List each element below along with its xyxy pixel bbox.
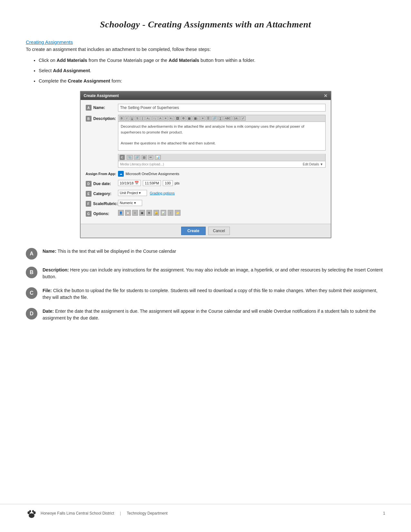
attach-toolbar: C 📎 🔗 ▤ ✏ 📊 <box>118 154 326 161</box>
annotation-c: C File: Click the button to upload the f… <box>26 287 385 301</box>
close-icon[interactable]: ✕ <box>324 93 328 98</box>
toolbar-align[interactable]: ≡ <box>201 116 205 121</box>
grading-options-link[interactable]: Grading options <box>150 191 175 195</box>
intro-text: To create an assignment that includes an… <box>26 47 385 52</box>
annotation-text-b: Description: Here you can include any in… <box>43 267 385 280</box>
badge-g: G <box>86 211 92 217</box>
toolbar-underline[interactable]: U <box>130 116 135 121</box>
category-label: E Category: <box>86 190 118 197</box>
badge-d: D <box>86 181 92 187</box>
modal-titlebar: Create Assignment ✕ <box>81 92 331 100</box>
due-time-input[interactable]: 11:59PM <box>143 180 161 186</box>
scale-label: F Scale/Rubric: <box>86 200 118 207</box>
toolbar-sep: | <box>140 116 145 121</box>
svg-point-0 <box>29 513 34 518</box>
edit-details-btn[interactable]: Edit Details ▼ <box>303 163 323 166</box>
toolbar-font[interactable]: A↓ <box>145 116 152 121</box>
due-date-field: 10/19/18 📅 11:59PM 100 pts <box>118 180 326 186</box>
page-title: Schoology - Creating Assignments with an… <box>26 19 385 30</box>
toolbar-table[interactable]: ▦ <box>187 116 192 121</box>
attach-btn1[interactable]: 📎 <box>127 155 133 160</box>
badge-e: E <box>86 191 92 197</box>
toolbar-link[interactable]: 🔗 <box>211 116 218 121</box>
create-button[interactable]: Create <box>181 227 205 235</box>
attach-file-area: Media Literacy.docx (upload...) Edit Det… <box>118 161 326 168</box>
toolbar-strike[interactable]: S <box>135 116 140 121</box>
toolbar-image[interactable]: 🖼 <box>175 116 180 121</box>
due-date-input[interactable]: 10/19/18 📅 <box>118 180 141 186</box>
annotation-badge-b: B <box>26 267 37 278</box>
toolbar-more3[interactable]: ⚙ <box>181 116 186 121</box>
toolbar-size[interactable]: ↑↓ <box>152 116 158 121</box>
toolbar-color[interactable]: A <box>158 116 163 121</box>
toolbar-formula[interactable]: ∑ <box>218 116 223 121</box>
scale-select[interactable]: Numeric ▾ <box>118 200 142 206</box>
chevron-down-icon: ▾ <box>139 191 141 195</box>
attach-placeholder: Media Literacy.docx (upload...) <box>120 163 164 166</box>
option-icon-5[interactable]: ⚙ <box>146 210 152 216</box>
option-icon-4[interactable]: ▦ <box>139 210 145 216</box>
step-1: Click on Add Materials from the Course M… <box>39 57 385 64</box>
footer-page-number: 1 <box>383 511 385 516</box>
calendar-icon[interactable]: 📅 <box>134 181 139 185</box>
option-icon-6[interactable]: 🔔 <box>153 210 159 216</box>
annotation-a: A Name: This is the text that will be di… <box>26 248 385 260</box>
description-field: B I U S | A↓ ↑↓ A ≡ ≡↓ 🖼 ⚙ ▦ ▦↓ ≡ ☰ 🔗 <box>118 115 326 151</box>
option-icon-3[interactable]: ☆ <box>132 210 138 216</box>
badge-c: C <box>120 155 125 160</box>
description-textarea[interactable]: Deconstruct the advertisements in the at… <box>118 122 326 151</box>
step-3: Complete the Create Assignment form: <box>39 78 385 85</box>
option-icon-9[interactable]: 📁 <box>175 210 181 216</box>
file-label <box>86 154 118 155</box>
category-field: Unit Project ▾ Grading options <box>118 190 326 196</box>
annotation-text-a: Name: This is the text that will be disp… <box>43 248 385 255</box>
toolbar-list[interactable]: ☰ <box>206 116 211 121</box>
footer-school: Honeoye Falls Lima Central School Distri… <box>41 511 114 516</box>
toolbar-expand[interactable]: ⤢ <box>240 116 246 121</box>
attach-btn4[interactable]: ✏ <box>148 155 153 160</box>
category-select[interactable]: Unit Project ▾ <box>118 190 147 196</box>
option-icon-7[interactable]: 📊 <box>161 210 166 216</box>
footer-divider: | <box>120 511 121 516</box>
name-input[interactable]: The Selling Power of Superheroes <box>118 104 326 112</box>
badge-b: B <box>86 116 92 122</box>
pts-label: pts <box>175 181 180 185</box>
option-icon-2[interactable]: 📋 <box>125 210 131 216</box>
toolbar-italic[interactable]: I <box>125 116 129 121</box>
svg-point-3 <box>29 510 31 512</box>
description-label: B Description: <box>86 115 118 122</box>
page-footer: Honeoye Falls Lima Central School Distri… <box>0 504 411 522</box>
paw-icon <box>26 507 37 519</box>
modal-footer: Create Cancel <box>81 224 331 238</box>
footer-department: Technology Department <box>127 511 168 516</box>
due-date-label: D Due date: <box>86 180 118 187</box>
cancel-button[interactable]: Cancel <box>208 227 230 235</box>
annotation-d: D Date: Enter the date that the assignme… <box>26 308 385 321</box>
toolbar-more1[interactable]: ≡ <box>163 116 168 121</box>
file-row: C 📎 🔗 ▤ ✏ 📊 Media Literacy.docx (upload.… <box>86 154 326 168</box>
attach-btn2[interactable]: 🔗 <box>134 155 140 160</box>
option-icon-1[interactable]: 👤 <box>118 210 124 216</box>
step-2: Select Add Assignment. <box>39 67 385 74</box>
due-points-input[interactable]: 100 <box>163 180 172 186</box>
option-icon-8[interactable]: ⋮ <box>168 210 173 216</box>
toolbar-more4[interactable]: ▦↓ <box>193 116 200 121</box>
steps-list: Click on Add Materials from the Course M… <box>39 57 385 84</box>
badge-a: A <box>86 105 92 111</box>
scale-field: Numeric ▾ <box>118 200 326 206</box>
badge-f: F <box>86 201 91 207</box>
options-field: 👤 📋 ☆ ▦ ⚙ 🔔 📊 ⋮ 📁 <box>118 210 326 216</box>
toolbar-more2[interactable]: ≡↓ <box>169 116 174 121</box>
annotation-badge-a: A <box>26 248 37 260</box>
due-date-row: D Due date: 10/19/18 📅 11:59PM 100 pts <box>86 180 326 187</box>
assign-from-label: Assign From App: <box>86 171 118 176</box>
annotation-text-c: File: Click the button to upload the fil… <box>43 287 385 301</box>
attach-btn3[interactable]: ▤ <box>142 155 147 160</box>
onedrive-icon: ☁ <box>118 171 124 177</box>
toolbar-spell[interactable]: ABC <box>223 116 232 121</box>
attach-btn5[interactable]: 📊 <box>155 155 161 160</box>
toolbar-bold[interactable]: B <box>120 116 124 121</box>
toolbar-fontsize[interactable]: 14↓ <box>233 116 240 121</box>
assign-from-field: ☁ Microsoft OneDrive Assignments <box>118 171 326 177</box>
annotation-badge-d: D <box>26 308 37 320</box>
